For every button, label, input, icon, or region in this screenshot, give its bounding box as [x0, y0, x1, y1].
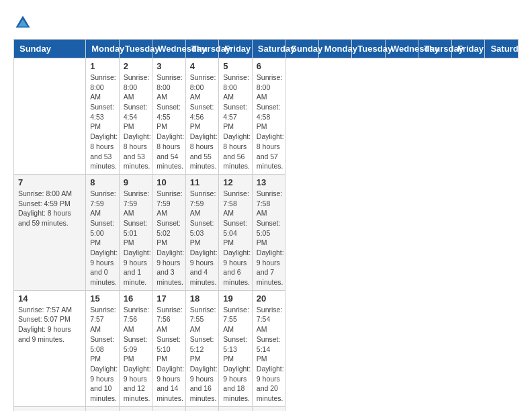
calendar-cell: 12Sunrise: 7:58 AM Sunset: 5:04 PM Dayli… [219, 174, 253, 290]
calendar-cell: 19Sunrise: 7:55 AM Sunset: 5:13 PM Dayli… [219, 290, 253, 406]
calendar-cell: 4Sunrise: 8:00 AM Sunset: 4:56 PM Daylig… [185, 58, 219, 175]
day-info: Sunrise: 7:57 AM Sunset: 5:08 PM Dayligh… [90, 305, 115, 404]
day-number: 16 [124, 293, 148, 304]
day-info: Sunrise: 8:00 AM Sunset: 4:53 PM Dayligh… [90, 73, 115, 171]
day-info: Sunrise: 7:59 AM Sunset: 5:00 PM Dayligh… [90, 189, 115, 287]
day-info: Sunrise: 7:54 AM Sunset: 5:14 PM Dayligh… [257, 305, 281, 404]
col-header-saturday: Saturday [485, 40, 519, 58]
day-info: Sunrise: 7:59 AM Sunset: 5:02 PM Dayligh… [157, 189, 181, 287]
day-info: Sunrise: 7:57 AM Sunset: 5:07 PM Dayligh… [18, 305, 81, 345]
day-number: 6 [257, 61, 281, 71]
day-info: Sunrise: 8:00 AM Sunset: 4:54 PM Dayligh… [124, 73, 148, 171]
calendar-cell: 17Sunrise: 7:56 AM Sunset: 5:10 PM Dayli… [152, 290, 186, 406]
week-row-2: 7Sunrise: 8:00 AM Sunset: 4:59 PM Daylig… [14, 174, 519, 290]
calendar-cell: 14Sunrise: 7:57 AM Sunset: 5:07 PM Dayli… [14, 290, 86, 406]
day-number: 9 [124, 177, 148, 187]
day-number: 18 [190, 293, 215, 304]
calendar-cell: 1Sunrise: 8:00 AM Sunset: 4:53 PM Daylig… [86, 58, 120, 175]
day-info: Sunrise: 8:00 AM Sunset: 4:55 PM Dayligh… [157, 73, 181, 171]
day-number: 19 [223, 293, 248, 304]
day-info: Sunrise: 7:58 AM Sunset: 5:05 PM Dayligh… [257, 189, 281, 287]
day-info: Sunrise: 7:59 AM Sunset: 5:01 PM Dayligh… [124, 189, 148, 287]
week-row-1: 1Sunrise: 8:00 AM Sunset: 4:53 PM Daylig… [14, 58, 519, 175]
day-number: 1 [90, 61, 115, 71]
calendar-cell: 9Sunrise: 7:59 AM Sunset: 5:01 PM Daylig… [119, 174, 152, 290]
day-number: 7 [18, 177, 81, 187]
calendar-cell: 23Sunrise: 7:52 AM Sunset: 5:18 PM Dayli… [119, 406, 152, 411]
day-info: Sunrise: 8:00 AM Sunset: 4:59 PM Dayligh… [18, 189, 81, 228]
calendar-cell: 13Sunrise: 7:58 AM Sunset: 5:05 PM Dayli… [252, 174, 285, 290]
calendar-cell: 7Sunrise: 8:00 AM Sunset: 4:59 PM Daylig… [14, 174, 86, 290]
day-info: Sunrise: 7:59 AM Sunset: 5:03 PM Dayligh… [190, 189, 215, 287]
col-header-monday: Monday [318, 40, 352, 58]
day-number: 3 [157, 61, 181, 71]
logo-icon [13, 13, 32, 32]
day-info: Sunrise: 7:55 AM Sunset: 5:13 PM Dayligh… [223, 305, 248, 404]
calendar-cell: 25Sunrise: 7:50 AM Sunset: 5:21 PM Dayli… [185, 406, 219, 411]
calendar-cell: 26Sunrise: 7:49 AM Sunset: 5:22 PM Dayli… [219, 406, 253, 411]
calendar-cell: 11Sunrise: 7:59 AM Sunset: 5:03 PM Dayli… [185, 174, 219, 290]
calendar-cell: 24Sunrise: 7:51 AM Sunset: 5:19 PM Dayli… [152, 406, 186, 411]
day-number: 2 [124, 61, 148, 71]
page-header [13, 13, 519, 32]
day-number: 5 [223, 61, 248, 71]
logo [13, 13, 35, 32]
calendar-cell: 3Sunrise: 8:00 AM Sunset: 4:55 PM Daylig… [152, 58, 186, 175]
week-row-4: 21Sunrise: 7:53 AM Sunset: 5:15 PM Dayli… [14, 406, 519, 411]
day-number: 4 [190, 61, 215, 71]
day-number: 15 [90, 293, 115, 304]
calendar-cell: 18Sunrise: 7:55 AM Sunset: 5:12 PM Dayli… [185, 290, 219, 406]
day-number: 20 [257, 293, 281, 304]
calendar-cell [14, 58, 86, 175]
day-number: 8 [90, 177, 115, 187]
day-number: 17 [157, 293, 181, 304]
calendar-cell: 21Sunrise: 7:53 AM Sunset: 5:15 PM Dayli… [14, 406, 86, 411]
day-info: Sunrise: 8:00 AM Sunset: 4:56 PM Dayligh… [190, 73, 215, 171]
col-header-saturday: Saturday [252, 40, 285, 58]
day-info: Sunrise: 7:55 AM Sunset: 5:12 PM Dayligh… [190, 305, 215, 404]
day-number: 14 [18, 293, 81, 304]
calendar-table: SundayMondayTuesdayWednesdayThursdayFrid… [13, 39, 519, 411]
day-number: 10 [157, 177, 181, 187]
calendar-cell: 22Sunrise: 7:52 AM Sunset: 5:17 PM Dayli… [86, 406, 120, 411]
calendar-cell: 5Sunrise: 8:00 AM Sunset: 4:57 PM Daylig… [219, 58, 253, 175]
day-info: Sunrise: 7:58 AM Sunset: 5:04 PM Dayligh… [223, 189, 248, 287]
day-info: Sunrise: 7:56 AM Sunset: 5:09 PM Dayligh… [124, 305, 148, 404]
day-number: 12 [223, 177, 248, 187]
calendar-cell: 27Sunrise: 7:48 AM Sunset: 5:24 PM Dayli… [252, 406, 285, 411]
day-info: Sunrise: 8:00 AM Sunset: 4:57 PM Dayligh… [223, 73, 248, 171]
calendar-cell: 20Sunrise: 7:54 AM Sunset: 5:14 PM Dayli… [252, 290, 285, 406]
week-row-3: 14Sunrise: 7:57 AM Sunset: 5:07 PM Dayli… [14, 290, 519, 406]
calendar-cell: 15Sunrise: 7:57 AM Sunset: 5:08 PM Dayli… [86, 290, 120, 406]
calendar-cell: 16Sunrise: 7:56 AM Sunset: 5:09 PM Dayli… [119, 290, 152, 406]
col-header-monday: Monday [86, 40, 120, 58]
calendar-cell: 6Sunrise: 8:00 AM Sunset: 4:58 PM Daylig… [252, 58, 285, 175]
calendar-cell: 10Sunrise: 7:59 AM Sunset: 5:02 PM Dayli… [152, 174, 186, 290]
day-info: Sunrise: 7:56 AM Sunset: 5:10 PM Dayligh… [157, 305, 181, 404]
day-number: 13 [257, 177, 281, 187]
calendar-cell: 2Sunrise: 8:00 AM Sunset: 4:54 PM Daylig… [119, 58, 152, 175]
day-number: 11 [190, 177, 215, 187]
calendar-cell: 8Sunrise: 7:59 AM Sunset: 5:00 PM Daylig… [86, 174, 120, 290]
day-info: Sunrise: 8:00 AM Sunset: 4:58 PM Dayligh… [257, 73, 281, 171]
col-header-sunday: Sunday [14, 40, 86, 58]
header-row: SundayMondayTuesdayWednesdayThursdayFrid… [14, 40, 519, 58]
